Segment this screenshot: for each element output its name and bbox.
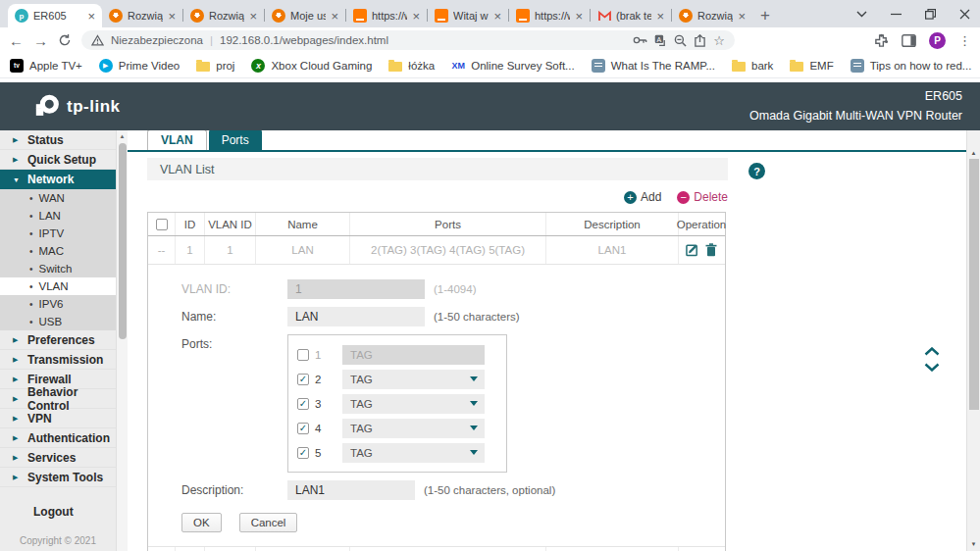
tab-close-icon[interactable]: × bbox=[249, 10, 257, 23]
help-icon[interactable]: ? bbox=[748, 163, 765, 179]
security-label[interactable]: Niezabezpieczona bbox=[111, 34, 203, 46]
sidebar-item-network[interactable]: ▼ Network bbox=[0, 170, 116, 189]
port-2-mode-select[interactable]: TAG bbox=[342, 370, 485, 389]
bookmark-folder-emf[interactable]: EMF bbox=[790, 60, 833, 72]
port-4-mode-select[interactable]: TAG bbox=[342, 419, 485, 438]
select-all-checkbox[interactable] bbox=[156, 219, 168, 230]
tab-close-icon[interactable]: × bbox=[738, 10, 746, 23]
sidebar-subitem-switch[interactable]: • Switch bbox=[0, 260, 116, 277]
content-scrollbar-thumb[interactable] bbox=[969, 159, 979, 410]
new-tab-button[interactable]: + bbox=[760, 7, 770, 24]
chevron-up-icon[interactable] bbox=[924, 347, 940, 356]
port-1-checkbox[interactable] bbox=[297, 349, 309, 361]
edit-icon[interactable] bbox=[686, 243, 699, 257]
translate-icon[interactable]: A bbox=[654, 34, 667, 47]
not-secure-warning-icon[interactable] bbox=[91, 34, 104, 46]
bookmark-folder-lozka[interactable]: łóżka bbox=[388, 60, 435, 72]
sidebar-item-behavior-control[interactable]: ▶ Behavior Control bbox=[0, 389, 116, 409]
content-scrollbar[interactable]: ▲ ▼ bbox=[966, 130, 980, 551]
bookmark-xbox[interactable]: x Xbox Cloud Gaming bbox=[251, 59, 372, 73]
port-5-checkbox[interactable]: ✓ bbox=[297, 447, 309, 459]
window-menu-chevron-icon[interactable] bbox=[856, 11, 867, 18]
address-bar[interactable]: Niezabezpieczona | 192.168.0.1/webpages/… bbox=[81, 30, 735, 50]
bookmark-prime-video[interactable]: ▶ Prime Video bbox=[99, 59, 180, 73]
window-restore-button[interactable] bbox=[925, 9, 936, 20]
sidebar-item-services[interactable]: ▶ Services bbox=[0, 448, 116, 468]
tab-close-icon[interactable]: × bbox=[168, 10, 176, 23]
sidebar-subitem-vlan[interactable]: • VLAN bbox=[0, 277, 116, 295]
sidebar-scrollbar-thumb[interactable] bbox=[119, 143, 127, 339]
sidebar-item-status[interactable]: ▶ Status bbox=[0, 130, 116, 150]
tab-close-icon[interactable]: × bbox=[575, 10, 583, 23]
forward-icon[interactable]: → bbox=[33, 33, 48, 48]
cancel-button[interactable]: Cancel bbox=[239, 513, 298, 532]
tab-close-icon[interactable]: × bbox=[412, 10, 420, 23]
logout-link[interactable]: Logout bbox=[0, 502, 116, 522]
folder-icon bbox=[790, 62, 803, 72]
sidebar-item-authentication[interactable]: ▶ Authentication bbox=[0, 428, 116, 448]
browser-tab-6[interactable]: https://w × bbox=[509, 4, 590, 27]
zoom-out-icon[interactable] bbox=[674, 34, 687, 47]
sidebar-subitem-ipv6[interactable]: • IPV6 bbox=[0, 295, 116, 313]
port-2-checkbox[interactable]: ✓ bbox=[297, 374, 309, 385]
password-key-icon[interactable] bbox=[633, 34, 647, 46]
sidebar-item-transmission[interactable]: ▶ Transmission bbox=[0, 350, 116, 370]
tab-close-icon[interactable]: × bbox=[331, 10, 338, 23]
sidebar-item-quick-setup[interactable]: ▶ Quick Setup bbox=[0, 150, 116, 170]
sidebar-scrollbar[interactable]: ▲ bbox=[116, 130, 128, 551]
bookmark-ramp[interactable]: What Is The RAMP... bbox=[592, 59, 715, 73]
scroll-down-arrow-icon[interactable]: ▼ bbox=[971, 541, 977, 547]
sidebar-subitem-iptv[interactable]: • IPTV bbox=[0, 225, 116, 242]
reload-icon[interactable] bbox=[58, 33, 72, 47]
port-3-checkbox[interactable]: ✓ bbox=[297, 398, 309, 410]
port-4-checkbox[interactable]: ✓ bbox=[297, 423, 309, 434]
trash-icon[interactable] bbox=[705, 243, 717, 257]
tab-close-icon[interactable]: × bbox=[656, 10, 664, 23]
bookmark-survey[interactable]: XM Online Survey Soft... bbox=[451, 59, 574, 73]
port-5-mode-select[interactable]: TAG bbox=[342, 443, 485, 463]
address-url[interactable]: 192.168.0.1/webpages/index.html bbox=[220, 34, 388, 46]
ok-button[interactable]: OK bbox=[181, 513, 222, 532]
browser-tab-5[interactable]: Witaj w × bbox=[428, 4, 508, 27]
back-icon[interactable]: ← bbox=[9, 33, 24, 48]
sidebar-subitem-mac[interactable]: • MAC bbox=[0, 242, 116, 260]
sidebar-subitem-wan[interactable]: • WAN bbox=[0, 189, 116, 207]
browser-tab-er605[interactable]: p ER605 × bbox=[8, 4, 102, 27]
browser-tab-8[interactable]: Rozwiąza × bbox=[672, 4, 752, 27]
tab-close-icon[interactable]: × bbox=[87, 10, 95, 23]
browser-tab-2[interactable]: Rozwiąza × bbox=[183, 4, 264, 27]
add-button[interactable]: + Add bbox=[624, 190, 661, 204]
window-close-button[interactable] bbox=[959, 9, 970, 20]
scroll-up-arrow-icon[interactable]: ▲ bbox=[971, 150, 977, 156]
bookmark-folder-bark[interactable]: bark bbox=[732, 60, 773, 72]
sidebar-subitem-lan[interactable]: • LAN bbox=[0, 207, 116, 225]
browser-tab-7[interactable]: (brak te × bbox=[591, 4, 671, 27]
bookmark-apple-tv[interactable]: tv Apple TV+ bbox=[10, 59, 82, 73]
bookmark-folder-proj[interactable]: proj bbox=[196, 60, 234, 72]
bookmark-tips[interactable]: Tips on how to red... bbox=[851, 59, 972, 73]
tab-close-icon[interactable]: × bbox=[493, 10, 501, 23]
description-input[interactable] bbox=[287, 480, 415, 500]
tab-vlan[interactable]: VLAN bbox=[147, 130, 207, 150]
delete-button[interactable]: − Delete bbox=[677, 190, 728, 204]
name-input[interactable] bbox=[287, 307, 425, 326]
bookmark-star-icon[interactable]: ☆ bbox=[713, 33, 725, 48]
vlan-id-input[interactable] bbox=[287, 279, 425, 299]
window-minimize-button[interactable] bbox=[891, 9, 902, 20]
scroll-up-arrow-icon[interactable]: ▲ bbox=[120, 133, 126, 139]
sidebar-item-preferences[interactable]: ▶ Preferences bbox=[0, 330, 116, 350]
sidebar-subitem-usb[interactable]: • USB bbox=[0, 313, 116, 330]
port-number: 2 bbox=[315, 374, 329, 385]
port-3-mode-select[interactable]: TAG bbox=[342, 394, 485, 414]
browser-tab-3[interactable]: Moje ust × bbox=[265, 4, 345, 27]
extensions-puzzle-icon[interactable] bbox=[874, 33, 889, 48]
browser-menu-kebab-icon[interactable]: ⋮ bbox=[958, 34, 971, 47]
share-icon[interactable] bbox=[694, 34, 706, 47]
profile-avatar[interactable]: P bbox=[929, 32, 946, 49]
sidebar-item-system-tools[interactable]: ▶ System Tools bbox=[0, 468, 116, 487]
browser-tab-1[interactable]: Rozwiąza × bbox=[102, 4, 182, 27]
tab-ports[interactable]: Ports bbox=[209, 130, 262, 150]
side-panel-icon[interactable] bbox=[902, 34, 916, 47]
chevron-down-icon[interactable] bbox=[924, 363, 940, 372]
browser-tab-4[interactable]: https://w × bbox=[346, 4, 427, 27]
